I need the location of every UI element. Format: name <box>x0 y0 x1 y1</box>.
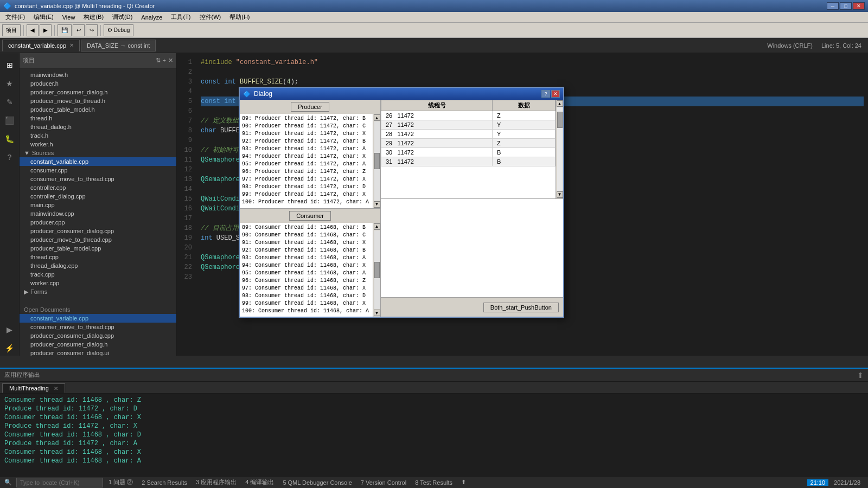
tree-track-cpp[interactable]: track.cpp <box>20 270 176 279</box>
file-tab-secondary[interactable]: DATA_SIZE → const int <box>81 40 156 52</box>
menu-help[interactable]: 帮助(H) <box>225 12 254 22</box>
tree-consumer-move-cpp[interactable]: consumer_move_to_thread.cpp <box>20 175 176 183</box>
tree-controller-dialog-cpp[interactable]: controller_dialog.cpp <box>20 192 176 201</box>
file-tab-active[interactable]: constant_variable.cpp ✕ <box>2 40 80 52</box>
consumer-scroll-track[interactable] <box>374 230 380 310</box>
table-scrollbar[interactable]: ▲ ▼ <box>556 100 563 198</box>
open-consumer-move-cpp[interactable]: consumer_move_to_thread.cpp <box>20 323 176 331</box>
icon-run[interactable]: ▶ <box>2 322 17 337</box>
table-scroll-down[interactable]: ▼ <box>557 191 563 198</box>
tree-consumer-cpp[interactable]: consumer.cpp <box>20 166 176 175</box>
consumer-log[interactable]: 89: Consumer thread id: 11468, char: B 9… <box>240 223 373 317</box>
consumer-scroll-down[interactable]: ▼ <box>374 310 380 316</box>
undo-btn[interactable]: ↩ <box>73 24 85 36</box>
tree-worker-cpp[interactable]: worker.cpp <box>20 279 176 287</box>
bottom-tab-close-icon[interactable]: ✕ <box>54 386 58 391</box>
tree-producer-move-cpp[interactable]: producer_move_to_thread.cpp <box>20 235 176 244</box>
icon-design[interactable]: ⬛ <box>2 113 17 128</box>
consumer-scroll-up[interactable]: ▲ <box>374 223 380 230</box>
open-constant-variable-cpp[interactable]: constant_variable.cpp <box>20 314 176 323</box>
save-btn[interactable]: 💾 <box>58 24 72 36</box>
tree-producer-consumer-dialog-h[interactable]: producer_consumer_dialog.h <box>20 88 176 97</box>
bottom-tab-multithreading[interactable]: MultiThreading ✕ <box>2 383 65 393</box>
back-btn[interactable]: ◀ <box>27 24 39 36</box>
debug-mode-btn[interactable]: ⚙ Debug <box>104 24 133 36</box>
tree-mainwindow-h[interactable]: mainwindow.h <box>20 70 176 79</box>
tree-mainwindow-cpp[interactable]: mainwindow.cpp <box>20 209 176 218</box>
producer-scroll-track[interactable] <box>374 121 380 201</box>
open-producer-consumer-dialog-cpp[interactable]: producer_consumer_dialog.cpp <box>20 331 176 340</box>
icon-project[interactable]: ⊞ <box>2 57 17 73</box>
tree-thread-h[interactable]: thread.h <box>20 114 176 123</box>
tree-worker-h[interactable]: worker.h <box>20 140 176 149</box>
menu-analyze[interactable]: Analyze <box>137 13 167 22</box>
consumer-button[interactable]: Consumer <box>289 211 331 221</box>
table-scroll-thumb[interactable] <box>557 112 563 128</box>
tree-producer-cpp[interactable]: producer.cpp <box>20 218 176 227</box>
icon-edit[interactable]: ✎ <box>2 94 17 110</box>
icon-build-run[interactable]: ⚡ <box>2 341 17 356</box>
status-test-results[interactable]: 8 Test Results <box>412 479 456 486</box>
tree-forms-folder[interactable]: ▶Forms <box>20 287 176 297</box>
status-version-control[interactable]: 7 Version Control <box>358 479 410 486</box>
icon-bookmark[interactable]: ★ <box>2 76 17 91</box>
output-expand-btn[interactable]: ⬆ <box>857 371 864 380</box>
open-producer-consumer-dialog-ui[interactable]: producer_consumer_dialog.ui <box>20 349 176 356</box>
status-qml-debugger[interactable]: 5 QML Debugger Console <box>279 479 355 486</box>
tree-constant-variable-cpp[interactable]: constant_variable.cpp <box>20 157 176 166</box>
data-table-area[interactable]: 线程号 数据 26 11472 Z <box>381 100 556 198</box>
dialog-help-button[interactable]: ? <box>541 90 550 98</box>
tree-producer-table-model-cpp[interactable]: producer_table_model.cpp <box>20 244 176 253</box>
tree-track-h[interactable]: track.h <box>20 131 176 140</box>
dialog-close-button[interactable]: ✕ <box>551 90 560 98</box>
table-scroll-up[interactable]: ▲ <box>557 100 563 107</box>
producer-scrollbar[interactable]: ▲ ▼ <box>373 114 380 208</box>
producer-scroll-thumb[interactable] <box>374 153 380 169</box>
redo-btn[interactable]: ↪ <box>86 24 98 36</box>
status-search-icon[interactable]: 🔍 <box>4 479 12 486</box>
open-producer-consumer-dialog-h[interactable]: producer_consumer_dialog.h <box>20 340 176 349</box>
status-app-output[interactable]: 3 应用程序输出 <box>193 478 240 486</box>
status-search-results[interactable]: 2 Search Results <box>138 479 190 486</box>
both-start-button[interactable]: Both_start_PushButton <box>483 303 559 312</box>
tree-producer-move-to-thread-h[interactable]: producer_move_to_thread.h <box>20 97 176 105</box>
project-btn[interactable]: 项目 <box>2 24 21 36</box>
status-problems[interactable]: 1 问题 ② <box>105 478 136 486</box>
icon-debug-side[interactable]: 🐛 <box>2 131 17 146</box>
status-compile-output[interactable]: 4 编译输出 <box>242 478 277 486</box>
status-expand-btn[interactable]: ⬆ <box>458 479 469 486</box>
producer-scroll-down[interactable]: ▼ <box>374 201 380 208</box>
producer-scroll-up[interactable]: ▲ <box>374 114 380 121</box>
consumer-scrollbar[interactable]: ▲ ▼ <box>373 223 380 317</box>
sidebar-add-btn[interactable]: + <box>163 57 166 64</box>
forward-btn[interactable]: ▶ <box>40 24 52 36</box>
tree-thread-cpp[interactable]: thread.cpp <box>20 253 176 261</box>
menu-edit[interactable]: 编辑(E) <box>29 12 58 22</box>
locate-input[interactable] <box>16 478 103 487</box>
tree-thread-dialog-h[interactable]: thread_dialog.h <box>20 123 176 131</box>
tree-thread-dialog-cpp[interactable]: thread_dialog.cpp <box>20 261 176 270</box>
tree-producer-h[interactable]: producer.h <box>20 79 176 88</box>
producer-button[interactable]: Producer <box>291 102 329 112</box>
tree-main-cpp[interactable]: main.cpp <box>20 201 176 209</box>
menu-controls[interactable]: 控件(W) <box>195 12 226 22</box>
menu-tools[interactable]: 工具(T) <box>167 12 195 22</box>
maximize-button[interactable]: □ <box>840 2 852 10</box>
tree-controller-cpp[interactable]: controller.cpp <box>20 183 176 192</box>
close-button[interactable]: ✕ <box>853 2 865 10</box>
menu-file[interactable]: 文件(F) <box>1 12 29 22</box>
icon-help-side[interactable]: ? <box>2 150 17 165</box>
tree-producer-table-model-h[interactable]: producer_table_model.h <box>20 105 176 114</box>
consumer-scroll-thumb[interactable] <box>374 262 380 278</box>
minimize-button[interactable]: ─ <box>827 2 839 10</box>
sidebar-filter-btn[interactable]: ⇅ <box>156 57 161 64</box>
file-tab-close-icon[interactable]: ✕ <box>69 42 74 48</box>
tree-sources-folder[interactable]: ▼Sources <box>20 149 176 157</box>
sidebar-close-btn[interactable]: ✕ <box>168 57 173 64</box>
menu-debug[interactable]: 调试(D) <box>108 12 137 22</box>
menu-view[interactable]: View <box>58 13 80 22</box>
table-scroll-track[interactable] <box>557 107 563 191</box>
menu-build[interactable]: 构建(B) <box>79 12 108 22</box>
tree-producer-consumer-dialog-cpp[interactable]: producer_consumer_dialog.cpp <box>20 227 176 235</box>
producer-log[interactable]: 89: Producer thread id: 11472, char: B 9… <box>240 114 373 208</box>
